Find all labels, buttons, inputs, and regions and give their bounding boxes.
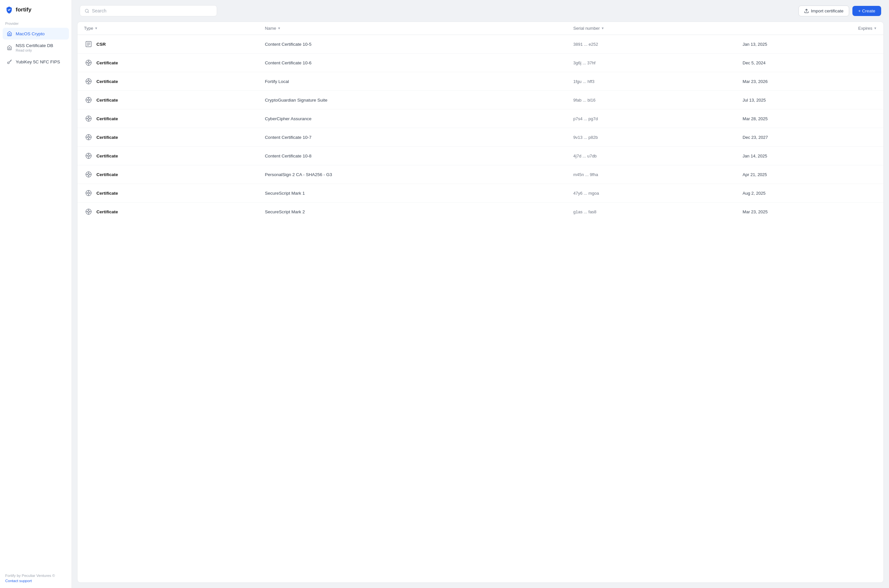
sidebar: fortify Provider MacOS Crypto NSS Certif… xyxy=(0,0,72,588)
csr-icon xyxy=(84,39,93,49)
nss-cert-db-labels: NSS Certificate DB Read only xyxy=(16,43,53,52)
table-row[interactable]: Certificate Content Certificate 10-7 9v1… xyxy=(78,128,883,147)
expires-sort-icon: ▼ xyxy=(874,27,877,30)
cell-type-0: CSR xyxy=(78,35,258,54)
certificate-icon xyxy=(84,189,93,198)
search-input[interactable] xyxy=(92,8,212,14)
app-logo: fortify xyxy=(0,0,72,19)
svg-point-33 xyxy=(88,136,90,138)
cell-type-6: Certificate xyxy=(78,147,258,165)
sidebar-item-macos-crypto[interactable]: MacOS Crypto xyxy=(3,28,69,39)
cell-expires-5: Dec 23, 2027 xyxy=(736,128,883,147)
certificate-icon xyxy=(84,170,93,179)
toolbar-actions: Import certificate + Create xyxy=(799,6,881,16)
serial-sort-icon: ▼ xyxy=(601,27,604,30)
cell-serial-3: 9fab ... bl16 xyxy=(567,91,736,110)
cell-type-2: Certificate xyxy=(78,72,258,91)
home-icon xyxy=(6,31,12,37)
certificate-icon xyxy=(84,58,93,67)
table-row[interactable]: Certificate SecureScript Mark 2 g1as ...… xyxy=(78,202,883,221)
table-row[interactable]: Certificate CryptoGuardian Signature Sui… xyxy=(78,91,883,110)
cell-type-9: Certificate xyxy=(78,202,258,221)
cell-serial-2: 1fgu ... hff3 xyxy=(567,72,736,91)
cell-type-1: Certificate xyxy=(78,54,258,72)
create-button[interactable]: + Create xyxy=(852,6,881,16)
cell-name-7: PersonalSign 2 CA - SHA256 - G3 xyxy=(258,165,567,184)
col-name[interactable]: Name ▼ xyxy=(258,22,567,35)
cell-serial-8: 47y6 ... mgoa xyxy=(567,184,736,202)
table-row[interactable]: Certificate CyberCipher Assurance p7s4 .… xyxy=(78,110,883,128)
cell-type-8: Certificate xyxy=(78,184,258,202)
sidebar-item-macos-crypto-label: MacOS Crypto xyxy=(16,32,45,36)
import-button-label: Import certificate xyxy=(811,9,844,14)
sidebar-item-nss-label: NSS Certificate DB xyxy=(16,43,53,48)
certificate-icon xyxy=(84,77,93,86)
svg-point-27 xyxy=(88,118,90,120)
cell-serial-6: 4j7d ... u7db xyxy=(567,147,736,165)
svg-point-45 xyxy=(88,174,90,176)
cell-type-7: Certificate xyxy=(78,165,258,184)
cell-name-0: Content Certificate 10-5 xyxy=(258,35,567,54)
import-certificate-button[interactable]: Import certificate xyxy=(799,6,849,16)
footer-copyright: Fortify by Peculiar Ventures © xyxy=(5,574,55,578)
certificate-icon xyxy=(84,95,93,105)
sidebar-item-nss-sublabel: Read only xyxy=(16,48,53,52)
cell-expires-3: Jul 13, 2025 xyxy=(736,91,883,110)
cell-name-5: Content Certificate 10-7 xyxy=(258,128,567,147)
svg-point-21 xyxy=(88,99,90,101)
table-row[interactable]: Certificate Fortify Local 1fgu ... hff3 … xyxy=(78,72,883,91)
svg-point-0 xyxy=(8,62,9,64)
toolbar: Import certificate + Create xyxy=(72,0,889,21)
cell-expires-7: Apr 21, 2025 xyxy=(736,165,883,184)
fortify-logo-icon xyxy=(5,6,13,14)
cell-expires-0: Jan 13, 2025 xyxy=(736,35,883,54)
table-row[interactable]: CSR Content Certificate 10-5 3891 ... e2… xyxy=(78,35,883,54)
certificate-icon xyxy=(84,207,93,216)
provider-label: Provider xyxy=(0,19,72,27)
sidebar-footer: Fortify by Peculiar Ventures © Contact s… xyxy=(0,568,72,588)
cell-name-1: Content Certificate 10-6 xyxy=(258,54,567,72)
name-sort-icon: ▼ xyxy=(278,27,281,30)
type-sort-icon: ▼ xyxy=(95,27,98,30)
svg-point-15 xyxy=(88,80,90,82)
sidebar-item-yubikey[interactable]: YubiKey 5C NFC FIPS xyxy=(3,56,69,68)
search-icon xyxy=(85,9,89,14)
cell-expires-6: Jan 14, 2025 xyxy=(736,147,883,165)
table-row[interactable]: Certificate SecureScript Mark 1 47y6 ...… xyxy=(78,184,883,202)
svg-point-39 xyxy=(88,155,90,157)
table-row[interactable]: Certificate Content Certificate 10-6 3g6… xyxy=(78,54,883,72)
col-serial[interactable]: Serial number ▼ xyxy=(567,22,736,35)
cell-serial-7: m45n ... 9fha xyxy=(567,165,736,184)
cell-name-9: SecureScript Mark 2 xyxy=(258,202,567,221)
upload-icon xyxy=(804,9,809,14)
cell-expires-4: Mar 28, 2025 xyxy=(736,110,883,128)
table-row[interactable]: Certificate PersonalSign 2 CA - SHA256 -… xyxy=(78,165,883,184)
col-type[interactable]: Type ▼ xyxy=(78,22,258,35)
cell-serial-0: 3891 ... e252 xyxy=(567,35,736,54)
col-expires[interactable]: Expires ▼ xyxy=(736,22,883,35)
certificates-table-container: Type ▼ Name ▼ Serial number ▼ xyxy=(77,21,884,583)
cell-type-5: Certificate xyxy=(78,128,258,147)
table-row[interactable]: Certificate Content Certificate 10-8 4j7… xyxy=(78,147,883,165)
cell-type-4: Certificate xyxy=(78,110,258,128)
app-name: fortify xyxy=(16,6,32,13)
cell-serial-4: p7s4 ... pg7d xyxy=(567,110,736,128)
certificate-icon xyxy=(84,114,93,123)
table-header-row: Type ▼ Name ▼ Serial number ▼ xyxy=(78,22,883,35)
certificate-icon xyxy=(84,133,93,142)
main-content: Import certificate + Create Type ▼ xyxy=(72,0,889,588)
cell-serial-9: g1as ... fas8 xyxy=(567,202,736,221)
svg-point-9 xyxy=(88,62,90,64)
certificates-table: Type ▼ Name ▼ Serial number ▼ xyxy=(78,22,883,221)
certificate-icon xyxy=(84,151,93,160)
contact-support-link[interactable]: Contact support xyxy=(5,579,66,583)
cell-name-6: Content Certificate 10-8 xyxy=(258,147,567,165)
cell-type-3: Certificate xyxy=(78,91,258,110)
sidebar-item-yubikey-label: YubiKey 5C NFC FIPS xyxy=(16,60,60,64)
cell-name-3: CryptoGuardian Signature Suite xyxy=(258,91,567,110)
sidebar-item-nss-cert-db[interactable]: NSS Certificate DB Read only xyxy=(3,40,69,55)
search-box[interactable] xyxy=(80,5,217,16)
key-icon xyxy=(6,59,12,64)
cell-name-8: SecureScript Mark 1 xyxy=(258,184,567,202)
cell-serial-1: 3g6j ... 37hf xyxy=(567,54,736,72)
